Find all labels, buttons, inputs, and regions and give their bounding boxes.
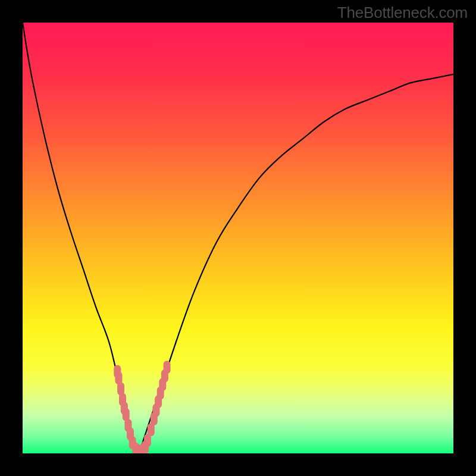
plot-area bbox=[23, 23, 453, 453]
data-marker bbox=[164, 361, 171, 374]
chart-svg bbox=[23, 23, 453, 453]
gradient-background bbox=[23, 23, 453, 453]
watermark-text: TheBottleneck.com bbox=[337, 4, 468, 22]
chart-frame: TheBottleneck.com bbox=[0, 0, 476, 476]
